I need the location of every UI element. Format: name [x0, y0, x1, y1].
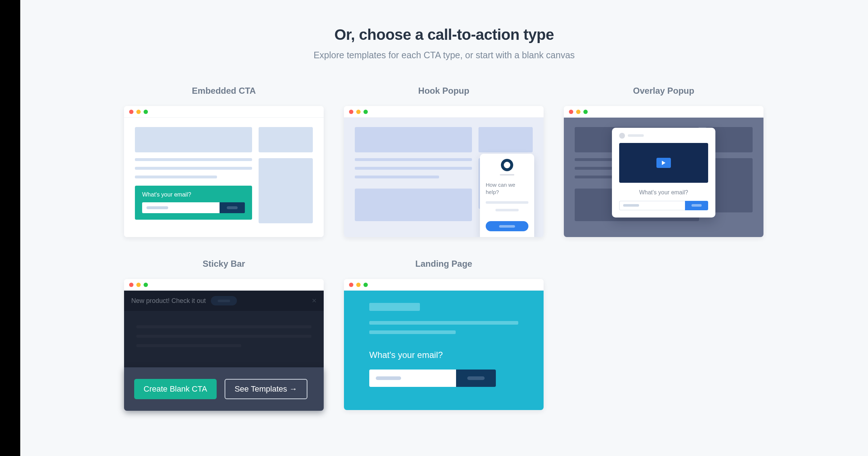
traffic-light-min-icon: [136, 110, 141, 114]
placeholder-line: [355, 176, 439, 178]
email-field: [619, 201, 685, 210]
placeholder-line: [355, 158, 472, 161]
page-title: Or, choose a call-to-action type: [20, 26, 868, 43]
placeholder-line: [135, 158, 252, 161]
cta-card-sticky[interactable]: Sticky Bar New product! Check it out ×: [124, 259, 324, 410]
email-field: [369, 370, 456, 387]
traffic-light-max-icon: [144, 110, 148, 114]
traffic-light-min-icon: [356, 283, 361, 287]
traffic-light-min-icon: [576, 110, 580, 114]
placeholder-block: [135, 127, 252, 152]
cta-type-grid: Embedded CTA: [124, 86, 764, 410]
traffic-light-max-icon: [363, 110, 368, 114]
traffic-light-close-icon: [129, 110, 133, 114]
cta-card-label: Overlay Popup: [633, 86, 694, 96]
cta-card-embedded[interactable]: Embedded CTA: [124, 86, 324, 237]
traffic-light-close-icon: [129, 283, 133, 287]
placeholder-heading: [369, 303, 420, 311]
placeholder-line: [628, 134, 644, 137]
traffic-light-max-icon: [144, 283, 148, 287]
button-label: See Templates →: [235, 384, 297, 394]
play-icon: [656, 158, 671, 168]
traffic-light-max-icon: [363, 283, 368, 287]
placeholder-line: [500, 174, 514, 176]
card-hover-actions: Create Blank CTA See Templates →: [124, 367, 324, 411]
placeholder-line: [135, 176, 217, 178]
hook-submit-button: [486, 221, 528, 231]
button-label: Create Blank CTA: [144, 384, 207, 394]
placeholder-line: [369, 330, 456, 334]
submit-button: [220, 202, 245, 213]
window-chrome: [344, 106, 544, 118]
preview-overlay: What's your email?: [564, 106, 763, 237]
page-canvas: Or, choose a call-to-action type Explore…: [20, 0, 868, 456]
window-chrome: [124, 279, 324, 291]
traffic-light-close-icon: [349, 283, 353, 287]
window-chrome: [564, 106, 763, 118]
hook-popup-panel: How can we help?: [480, 154, 534, 237]
placeholder-block: [355, 127, 472, 152]
cta-card-label: Sticky Bar: [203, 259, 245, 269]
window-chrome: [124, 106, 324, 118]
placeholder-block: [259, 127, 313, 152]
embedded-cta-panel: What's your email?: [135, 186, 252, 220]
preview-landing: What's your email?: [344, 279, 544, 410]
avatar-icon: [501, 159, 513, 171]
preview-hook: How can we help?: [344, 106, 544, 237]
avatar-icon: [619, 133, 625, 139]
page-subtitle: Explore templates for each CTA type, or …: [20, 50, 868, 60]
create-blank-button[interactable]: Create Blank CTA: [134, 379, 217, 399]
preview-embedded: What's your email?: [124, 106, 324, 237]
window-chrome: [344, 279, 544, 291]
cta-card-overlay[interactable]: Overlay Popup: [564, 86, 763, 237]
traffic-light-close-icon: [349, 110, 353, 114]
email-field: [142, 202, 220, 213]
cta-card-label: Hook Popup: [418, 86, 469, 96]
cta-form-label: What's your email?: [142, 191, 245, 198]
placeholder-line: [369, 321, 518, 325]
placeholder-block: [478, 127, 533, 152]
traffic-light-max-icon: [583, 110, 588, 114]
cta-card-label: Embedded CTA: [192, 86, 256, 96]
placeholder-line: [135, 167, 252, 170]
overlay-popup-panel: What's your email?: [612, 128, 715, 218]
traffic-light-min-icon: [356, 110, 361, 114]
traffic-light-close-icon: [569, 110, 573, 114]
hook-prompt-text: How can we help?: [486, 181, 528, 196]
cta-form-label: What's your email?: [369, 350, 518, 360]
placeholder-block: [355, 189, 472, 221]
traffic-light-min-icon: [136, 283, 141, 287]
cta-card-landing[interactable]: Landing Page What's your email?: [344, 259, 544, 410]
placeholder-line: [495, 209, 519, 211]
placeholder-block: [259, 158, 313, 223]
cta-card-hook[interactable]: Hook Popup: [344, 86, 544, 237]
cta-form-label: What's your email?: [619, 189, 708, 196]
cta-card-label: Landing Page: [415, 259, 472, 269]
video-thumbnail: [619, 143, 708, 183]
placeholder-line: [486, 201, 528, 204]
submit-button: [456, 370, 496, 387]
see-templates-button[interactable]: See Templates →: [225, 379, 307, 399]
placeholder-line: [355, 167, 472, 170]
submit-button: [685, 201, 708, 210]
